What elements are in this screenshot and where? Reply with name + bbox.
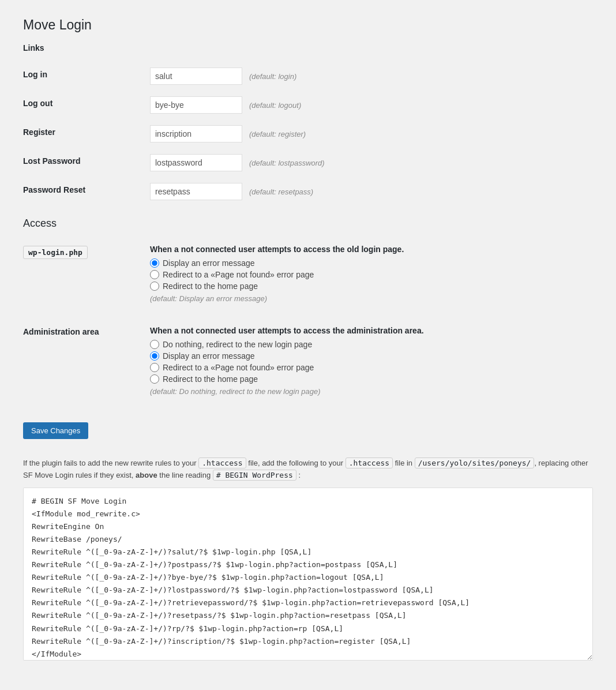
wp-login-description: When a not connected user attempts to ac…: [150, 245, 593, 254]
logout-label: Log out: [23, 99, 52, 108]
links-section-title: Links: [23, 43, 593, 52]
logout-input[interactable]: [150, 96, 242, 114]
lostpassword-label: Lost Password: [23, 156, 81, 166]
admin-option-404[interactable]: Redirect to a «Page not found» error pag…: [150, 363, 593, 372]
save-changes-button[interactable]: Save Changes: [23, 422, 88, 439]
wp-login-option-error[interactable]: Display an error message: [150, 258, 593, 268]
logout-default-hint: (default: logout): [249, 101, 301, 110]
register-default-hint: (default: register): [249, 130, 306, 138]
admin-option-redirect[interactable]: Do nothing, redirect to the new login pa…: [150, 340, 593, 349]
notice-text: If the plugin fails to add the new rewri…: [23, 457, 593, 482]
wp-login-option-404[interactable]: Redirect to a «Page not found» error pag…: [150, 270, 593, 279]
table-row: Log out (default: logout): [23, 91, 593, 119]
login-default-hint: (default: login): [249, 72, 296, 81]
wp-login-default-hint: (default: Display an error message): [150, 294, 593, 303]
access-section-title: Access: [23, 217, 593, 230]
path-code: /users/yolo/sites/poneys/: [415, 457, 535, 468]
table-row: Register (default: register): [23, 119, 593, 148]
wp-login-radio-404[interactable]: [150, 270, 159, 279]
admin-area-description: When a not connected user attempts to ac…: [150, 326, 593, 335]
access-section: Access wp-login.php When a not connected…: [23, 217, 593, 402]
table-row: Log in (default: login): [23, 62, 593, 91]
admin-option-home[interactable]: Redirect to the home page: [150, 374, 593, 384]
admin-area-content: When a not connected user attempts to ac…: [150, 326, 593, 396]
table-row: Lost Password (default: lostpassword): [23, 148, 593, 177]
page-title: Move Login: [23, 17, 593, 33]
resetpass-default-hint: (default: resetpass): [249, 187, 313, 196]
admin-radio-404[interactable]: [150, 363, 159, 372]
above-strong: above: [136, 471, 157, 479]
table-row: Password Reset (default: resetpass): [23, 177, 593, 206]
admin-radio-redirect[interactable]: [150, 340, 159, 349]
resetpass-input[interactable]: [150, 183, 242, 200]
wp-login-label: wp-login.php: [23, 245, 150, 259]
htaccess-code-block[interactable]: # BEGIN SF Move Login <IfModule mod_rewr…: [23, 487, 593, 661]
links-table: Log in (default: login) Log out (default…: [23, 62, 593, 206]
admin-radio-home[interactable]: [150, 374, 159, 384]
wp-login-content: When a not connected user attempts to ac…: [150, 245, 593, 303]
notice-colon: :: [296, 471, 301, 479]
admin-default-hint: (default: Do nothing, redirect to the ne…: [150, 387, 593, 396]
wp-login-option-home[interactable]: Redirect to the home page: [150, 282, 593, 291]
notice-text-after: file in: [393, 459, 415, 467]
begin-wordpress-code: # BEGIN WordPress: [213, 470, 296, 481]
login-input[interactable]: [150, 68, 242, 85]
htaccess-code-1: .htaccess: [198, 457, 246, 468]
wp-login-badge: wp-login.php: [23, 246, 88, 259]
admin-area-row: Administration area When a not connected…: [23, 320, 593, 402]
admin-option-error[interactable]: Display an error message: [150, 351, 593, 361]
wp-login-radio-error[interactable]: [150, 258, 159, 268]
lostpassword-default-hint: (default: lostpassword): [249, 159, 325, 167]
wp-login-radio-home[interactable]: [150, 282, 159, 291]
wp-login-row: wp-login.php When a not connected user a…: [23, 239, 593, 309]
notice-text-middle: file, add the following to your: [246, 459, 345, 467]
htaccess-code-2: .htaccess: [345, 457, 393, 468]
resetpass-label: Password Reset: [23, 185, 85, 194]
login-label: Log in: [23, 70, 47, 79]
admin-area-label: Administration area: [23, 326, 150, 336]
register-label: Register: [23, 127, 55, 137]
links-section: Links Log in (default: login) Log out (d…: [23, 43, 593, 206]
register-input[interactable]: [150, 125, 242, 142]
admin-radio-error[interactable]: [150, 351, 159, 361]
notice-text-before: If the plugin fails to add the new rewri…: [23, 459, 198, 467]
main-wrap: Move Login Links Log in (default: login)…: [12, 12, 604, 674]
lostpassword-input[interactable]: [150, 154, 242, 171]
